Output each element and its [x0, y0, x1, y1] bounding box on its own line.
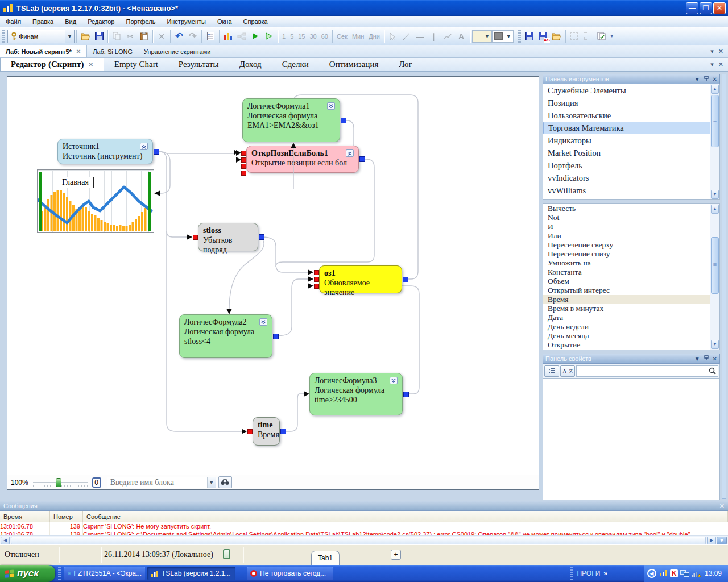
restore-button[interactable]: ❐ [700, 2, 712, 14]
save-as-button[interactable]: AS [536, 30, 550, 43]
function-item[interactable]: Открытие [543, 340, 719, 350]
input-port[interactable] [314, 270, 319, 275]
expand-icon[interactable] [327, 102, 335, 110]
add-desktop-tab-button[interactable]: + [391, 550, 401, 560]
function-item[interactable]: Вычесть [543, 204, 719, 213]
tray-antivirus-icon[interactable]: K [670, 569, 678, 577]
category-item[interactable]: Портфель [543, 159, 719, 172]
function-item[interactable]: Открытый интерес [543, 286, 719, 295]
scroll-up-icon[interactable]: ▲ [711, 205, 719, 214]
output-port[interactable] [341, 118, 346, 123]
tray-network-icon[interactable] [680, 569, 689, 578]
task-tslab[interactable]: TSLab (версия 1.2.1... [147, 567, 235, 580]
categorized-view-button[interactable] [544, 365, 559, 377]
panel-pin-icon[interactable] [704, 355, 709, 362]
account-dropdown-icon[interactable]: ▼ [65, 30, 74, 43]
input-port[interactable] [241, 171, 246, 176]
input-port[interactable] [236, 157, 246, 163]
input-port[interactable] [314, 284, 319, 289]
menu-tools[interactable]: Инструменты [161, 17, 212, 26]
properties-button[interactable] [204, 30, 217, 43]
unit-days[interactable]: Дни [366, 33, 382, 40]
run-button[interactable] [249, 30, 262, 43]
output-port[interactable] [259, 234, 264, 240]
tab-empty-chart[interactable]: Empty Chart [104, 58, 168, 71]
scroll-left-icon[interactable]: ◀ [1, 537, 10, 544]
menu-view[interactable]: Вид [59, 17, 82, 26]
quick-launch-more-icon[interactable]: » [603, 569, 607, 577]
menu-portfolio[interactable]: Портфель [120, 17, 161, 26]
block-stloss[interactable]: stloss Убытков подряд [198, 223, 258, 251]
function-item[interactable]: День недели [543, 322, 719, 331]
taskbar-grip[interactable] [570, 567, 573, 580]
tools-panel-header[interactable]: Панель инструментов ▼ ✕ [543, 74, 720, 84]
interval-15[interactable]: 15 [296, 33, 307, 40]
input-port[interactable] [236, 150, 246, 156]
input-port[interactable] [193, 235, 198, 240]
block-search-combo[interactable]: ▼ [107, 477, 216, 488]
output-port[interactable] [280, 429, 286, 434]
tabstrip-menu-icon[interactable]: ▾ [710, 61, 714, 68]
block-formula2[interactable]: ЛогичесФормула2 Логическая формула stlos… [179, 314, 272, 358]
category-item[interactable]: Служебные Элементы [543, 84, 719, 97]
toolbar-overflow-icon[interactable]: ▼ [610, 34, 614, 39]
message-row[interactable]: 13:01:06.78 139 Скрипт 'Si LONG': Не мог… [0, 522, 728, 530]
tab-editor-script[interactable]: Редактор (Скрипт) ✕ [0, 58, 104, 71]
tray-clock[interactable]: 13:09 [705, 569, 722, 577]
tab-close-icon[interactable]: ✕ [76, 48, 81, 55]
function-item[interactable]: День месяца [543, 331, 719, 340]
category-item-selected[interactable]: Торговая Математика [543, 122, 719, 134]
open-script-button[interactable] [550, 30, 564, 43]
vline-tool[interactable]: ❘ [427, 30, 441, 43]
scroll-right-icon[interactable]: ▶ [707, 537, 716, 544]
alphabetical-view-button[interactable]: A-Z [560, 365, 575, 377]
autohide-strip[interactable] [722, 74, 726, 499]
menu-file[interactable]: Файл [0, 17, 27, 26]
scroll-thumb[interactable] [711, 237, 719, 294]
script-scheme-button[interactable] [235, 30, 249, 43]
output-port[interactable] [403, 392, 409, 397]
close-button[interactable]: ✕ [713, 2, 726, 14]
expand-icon[interactable] [390, 377, 398, 384]
tab-close-icon[interactable]: ✕ [88, 61, 93, 68]
message-row[interactable]: 13:01:06.78 139 Скрипт 'Si LONG': c:\Doc… [0, 530, 728, 535]
scroll-thumb[interactable] [711, 95, 719, 147]
panel-menu-icon[interactable]: ▼ [694, 356, 700, 362]
block-source[interactable]: Источник1 Источник (инструмент) [57, 139, 153, 164]
function-item[interactable]: Или [543, 231, 719, 240]
hide-icons-button[interactable]: ◀ [647, 569, 656, 578]
trend-tool[interactable] [441, 30, 454, 43]
group-button[interactable] [568, 30, 581, 43]
tab-script-manager[interactable]: Управление скриптами [138, 45, 216, 57]
tab-income[interactable]: Доход [229, 58, 272, 71]
function-item[interactable]: Not [543, 213, 719, 222]
save-script-button[interactable] [523, 30, 536, 43]
tab-lab-new-script[interactable]: Лаб: Новый скрипт5* ✕ [0, 45, 87, 57]
task-opera[interactable]: Не торговать сегод... [247, 567, 333, 580]
block-formula1[interactable]: ЛогичесФормула1 Логическая формула EMA1>… [242, 98, 340, 142]
function-item[interactable]: Умножить на [543, 259, 719, 268]
text-tool[interactable]: A [454, 30, 468, 43]
tabstrip-close-icon[interactable]: ✕ [718, 48, 723, 55]
unit-min[interactable]: Мин [350, 33, 366, 40]
tab-results[interactable]: Результаты [168, 58, 229, 71]
interval-30[interactable]: 30 [308, 33, 319, 40]
undo-button[interactable]: ↶ [172, 30, 186, 43]
tasks-button[interactable] [595, 30, 609, 43]
messages-close-icon[interactable]: ✕ [719, 502, 725, 510]
save-button[interactable] [92, 30, 106, 43]
function-item[interactable]: Дата [543, 313, 719, 322]
scroll-up-icon[interactable]: ▲ [711, 85, 719, 94]
tabstrip-close-icon[interactable]: ✕ [718, 61, 723, 68]
chart-button[interactable] [221, 30, 235, 43]
messages-expand-icon[interactable]: ▼ [717, 537, 727, 544]
panel-pin-icon[interactable] [704, 76, 709, 82]
block-search-dropdown-icon[interactable]: ▼ [207, 477, 216, 488]
zoom-slider-thumb[interactable] [56, 478, 61, 487]
collapse-icon[interactable] [140, 143, 148, 150]
ungroup-button[interactable] [581, 30, 595, 43]
toolbar-grip[interactable] [2, 30, 5, 43]
tab-log[interactable]: Лог [388, 58, 422, 71]
output-port[interactable] [273, 334, 279, 339]
tab-lab-si-long[interactable]: Лаб: Si LONG [87, 45, 138, 57]
